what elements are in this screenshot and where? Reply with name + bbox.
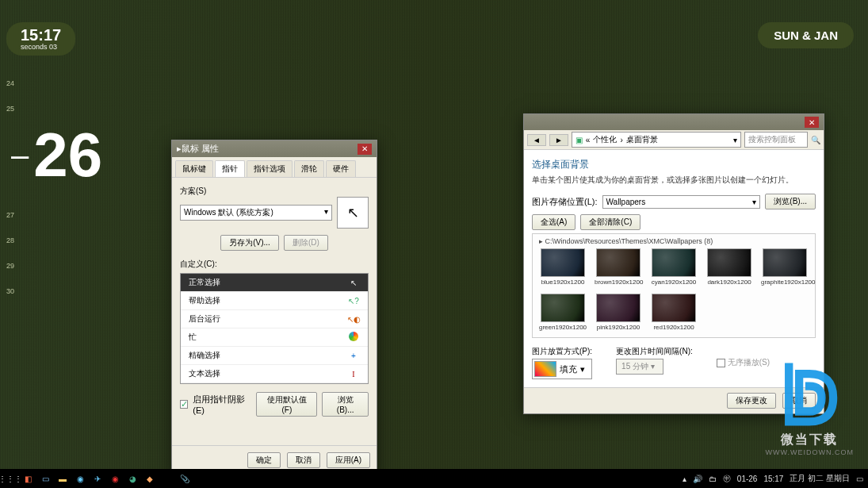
- cursor-item-working[interactable]: 后台运行 ↖◐: [181, 310, 368, 329]
- timing-label: 更改图片时间间隔(N):: [616, 346, 693, 357]
- browse-location-button[interactable]: 浏览(B)...: [765, 194, 816, 209]
- shuffle-checkbox: [717, 359, 725, 367]
- thumb-label: green1920x1200: [539, 324, 587, 331]
- thumb-label: cyan1920x1200: [650, 279, 698, 286]
- tray-lunar: 正月 初二 星期日: [790, 473, 850, 484]
- search-input[interactable]: 搜索控制面板: [744, 132, 808, 148]
- thumb-image[interactable]: [763, 248, 807, 277]
- thumb-label: blue1920x1200: [539, 279, 587, 286]
- ok-button[interactable]: 确定: [247, 452, 281, 468]
- wallpaper-thumb[interactable]: red1920x1200: [650, 294, 698, 331]
- wallpaper-thumb[interactable]: dark1920x1200: [705, 248, 753, 286]
- volume-icon[interactable]: 🔊: [693, 475, 702, 483]
- save-as-button[interactable]: 另存为(V)...: [220, 235, 279, 251]
- close-icon[interactable]: ✕: [805, 117, 819, 128]
- calendar-ticks: 24 25 27 28 29 30: [6, 79, 14, 313]
- battery-icon[interactable]: 🗀: [709, 475, 717, 483]
- cursor-item-help[interactable]: 帮助选择 ↖?: [181, 292, 368, 310]
- control-panel-icon: ▣: [575, 136, 583, 144]
- cursor-preview: ↖: [337, 197, 369, 229]
- shadow-label: 启用指针阴影(E): [193, 394, 251, 415]
- scheme-select[interactable]: Windows 默认 (系统方案) ▾: [180, 205, 332, 221]
- thumb-image[interactable]: [541, 294, 585, 322]
- scheme-value: Windows 默认 (系统方案): [184, 207, 273, 218]
- titlebar[interactable]: ▸ 鼠标 属性 ✕: [172, 140, 377, 157]
- browser-icon[interactable]: ◉: [75, 473, 86, 484]
- thumb-image[interactable]: [596, 248, 640, 277]
- wallpaper-thumb[interactable]: cyan1920x1200: [650, 248, 698, 286]
- cursor-list[interactable]: 正常选择 ↖ 帮助选择 ↖? 后台运行 ↖◐ 忙 精确选择 +: [180, 273, 369, 384]
- window-icon[interactable]: ▭: [40, 473, 51, 484]
- fit-select[interactable]: 填充 ▾: [532, 359, 592, 379]
- watermark-text: 微当下载: [766, 432, 854, 448]
- tab-wheel[interactable]: 滑轮: [294, 160, 324, 177]
- close-icon[interactable]: ✕: [358, 144, 372, 155]
- input-icon[interactable]: ㊥: [723, 473, 731, 484]
- breadcrumb[interactable]: ▣ « 个性化 › 桌面背景 ▾: [572, 132, 741, 148]
- big-date-number: – 26: [11, 127, 102, 183]
- thumb-image[interactable]: [652, 294, 696, 322]
- chat-icon[interactable]: ✈: [92, 473, 103, 484]
- folder-icon[interactable]: ▬: [57, 473, 68, 484]
- tabs-row: 鼠标键 指针 指针选项 滑轮 硬件: [172, 157, 377, 178]
- cursor-item-busy[interactable]: 忙: [181, 329, 368, 347]
- music-icon[interactable]: ◉: [109, 473, 120, 484]
- scheme-label: 方案(S): [180, 186, 206, 195]
- office-icon[interactable]: ◧: [22, 473, 33, 484]
- cursor-name: 精确选择: [189, 350, 220, 361]
- wallpaper-thumb[interactable]: blue1920x1200: [539, 248, 587, 286]
- tab-buttons[interactable]: 鼠标键: [175, 160, 213, 177]
- tray-time[interactable]: 15:17: [763, 475, 783, 483]
- apply-button[interactable]: 应用(A): [327, 452, 370, 468]
- timing-select: 15 分钟 ▾: [616, 359, 663, 375]
- search-icon[interactable]: 🔍: [811, 136, 820, 144]
- tray-expand-icon[interactable]: ▴: [683, 475, 686, 483]
- wallpaper-thumb[interactable]: graphite1920x1200: [761, 248, 809, 286]
- tab-pointer-options[interactable]: 指针选项: [247, 160, 293, 177]
- thumb-image[interactable]: [541, 248, 585, 277]
- toolbar: ◄ ► ▣ « 个性化 › 桌面背景 ▾ 搜索控制面板 🔍: [524, 130, 824, 150]
- customize-label: 自定义(C):: [180, 259, 217, 268]
- cancel-button[interactable]: 取消: [287, 452, 320, 468]
- clear-all-button[interactable]: 全部清除(C): [580, 214, 640, 230]
- select-all-button[interactable]: 全选(A): [532, 214, 575, 230]
- wallpaper-thumb[interactable]: pink1920x1200: [595, 294, 642, 331]
- browse-cursor-button[interactable]: 浏览(B)...: [322, 392, 369, 417]
- back-button[interactable]: ◄: [527, 134, 546, 146]
- forward-button[interactable]: ►: [549, 134, 568, 146]
- taskbar[interactable]: ⋮⋮⋮ ◧ ▭ ▬ ◉ ✈ ◉ ◕ ◆ 📎 ▴ 🔊 🗀 ㊥ 01-26 15:1…: [0, 469, 868, 488]
- tab-pointers[interactable]: 指针: [215, 160, 245, 177]
- shadow-checkbox[interactable]: ✓: [180, 400, 188, 409]
- wallpaper-thumb[interactable]: brown1920x1200: [595, 248, 642, 286]
- titlebar[interactable]: ✕: [524, 114, 824, 130]
- chrome-icon[interactable]: ◕: [127, 473, 138, 484]
- chevron-down-icon[interactable]: ▾: [733, 136, 737, 144]
- thumb-image[interactable]: [707, 248, 751, 277]
- delete-button[interactable]: 删除(D): [284, 235, 328, 251]
- location-label: 图片存储位置(L):: [532, 196, 598, 208]
- notification-icon[interactable]: ▭: [856, 475, 863, 483]
- chevron-down-icon: ▾: [324, 207, 328, 218]
- cursor-item-normal[interactable]: 正常选择 ↖: [181, 274, 368, 292]
- cursor-name: 帮助选择: [189, 295, 220, 306]
- cursor-precision-icon: +: [347, 352, 360, 360]
- timing-value: 15 分钟: [621, 362, 648, 371]
- cursor-item-precision[interactable]: 精确选择 +: [181, 347, 368, 365]
- cursor-item-text[interactable]: 文本选择 I: [181, 365, 368, 383]
- use-default-button[interactable]: 使用默认值(F): [256, 392, 317, 417]
- thumb-label: graphite1920x1200: [761, 279, 809, 286]
- breadcrumb-parent[interactable]: 个性化: [593, 134, 617, 145]
- clip-icon[interactable]: 📎: [179, 473, 190, 484]
- tray-date[interactable]: 01-26: [737, 475, 758, 483]
- location-select[interactable]: Wallpapers ▾: [602, 195, 761, 209]
- tab-hardware[interactable]: 硬件: [326, 160, 356, 177]
- date-badge: SUN & JAN: [758, 22, 854, 48]
- tick: 27: [6, 211, 14, 219]
- wallpaper-thumb[interactable]: green1920x1200: [539, 294, 587, 331]
- apps-icon[interactable]: ⋮⋮⋮: [5, 473, 16, 484]
- window-title: 鼠标 属性: [182, 143, 219, 155]
- watermark-url: WWW.WEIDOWN.COM: [766, 448, 854, 456]
- thumb-image[interactable]: [652, 248, 696, 277]
- thumb-image[interactable]: [596, 294, 640, 322]
- app-icon[interactable]: ◆: [144, 473, 155, 484]
